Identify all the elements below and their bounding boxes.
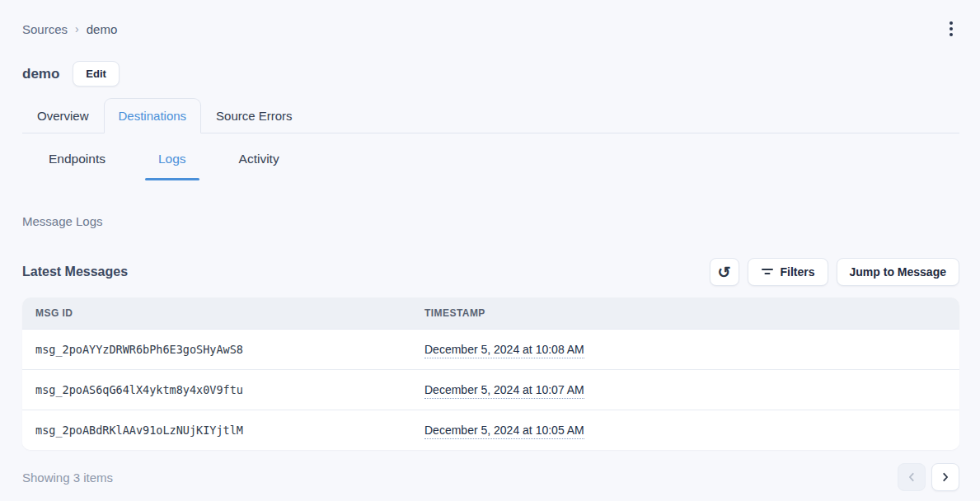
- subtab-activity[interactable]: Activity: [226, 152, 293, 180]
- jump-to-message-button[interactable]: Jump to Message: [837, 258, 959, 286]
- timestamp-cell[interactable]: December 5, 2024 at 10:08 AM: [424, 343, 584, 358]
- refresh-icon: ↺: [718, 265, 731, 280]
- column-header-timestamp: TIMESTAMP: [411, 297, 959, 329]
- msg-id-cell: msg_2poAS6qG64lX4yktm8y4x0V9ftu: [22, 383, 411, 396]
- chevron-left-icon: [906, 471, 917, 483]
- table-footer: Showing 3 items: [22, 463, 959, 491]
- filters-button-label: Filters: [781, 265, 815, 279]
- breadcrumb-sources-link[interactable]: Sources: [22, 22, 68, 36]
- refresh-button[interactable]: ↺: [710, 258, 739, 286]
- table-row[interactable]: msg_2poAS6qG64lX4yktm8y4x0V9ftu December…: [22, 369, 959, 410]
- page: Sources › demo demo Edit Overview Destin…: [0, 0, 980, 491]
- next-page-button[interactable]: [931, 463, 959, 491]
- table-row[interactable]: msg_2poABdRKlAAv91oLzNUjKIYjtlM December…: [22, 410, 959, 450]
- filters-button[interactable]: Filters: [748, 258, 828, 286]
- breadcrumb-current: demo: [87, 22, 118, 36]
- filter-icon: [761, 265, 774, 279]
- latest-messages-heading: Latest Messages: [22, 265, 128, 279]
- breadcrumb-separator-icon: ›: [75, 22, 79, 35]
- section-label: Message Logs: [22, 214, 959, 228]
- kebab-menu-icon[interactable]: [943, 16, 959, 41]
- sub-tabs: Endpoints Logs Activity: [22, 152, 959, 180]
- page-title: demo: [22, 66, 59, 82]
- items-count-text: Showing 3 items: [22, 471, 113, 485]
- timestamp-cell[interactable]: December 5, 2024 at 10:07 AM: [424, 383, 584, 399]
- tab-source-errors[interactable]: Source Errors: [201, 98, 307, 133]
- pagination: [898, 463, 959, 491]
- subtab-logs[interactable]: Logs: [145, 152, 199, 180]
- column-header-msg-id: MSG ID: [22, 297, 411, 329]
- timestamp-cell[interactable]: December 5, 2024 at 10:05 AM: [424, 424, 584, 439]
- main-tabs: Overview Destinations Source Errors: [22, 98, 959, 133]
- list-actions: ↺ Filters Jump to Message: [710, 258, 960, 286]
- table-row[interactable]: msg_2poAYYzDRWR6bPh6E3goSHyAwS8 December…: [22, 329, 959, 369]
- edit-button[interactable]: Edit: [73, 61, 120, 87]
- table-header-row: MSG ID TIMESTAMP: [22, 297, 959, 329]
- title-row: demo Edit: [22, 61, 959, 87]
- tab-destinations[interactable]: Destinations: [104, 98, 202, 133]
- breadcrumb: Sources › demo: [22, 22, 117, 36]
- messages-table: MSG ID TIMESTAMP msg_2poAYYzDRWR6bPh6E3g…: [22, 297, 959, 450]
- tab-overview[interactable]: Overview: [22, 98, 104, 133]
- previous-page-button[interactable]: [898, 463, 926, 491]
- chevron-right-icon: [940, 471, 951, 483]
- top-bar: Sources › demo: [22, 0, 959, 41]
- subtab-endpoints[interactable]: Endpoints: [35, 152, 119, 180]
- latest-messages-header: Latest Messages ↺ Filters Jump to Messag…: [22, 258, 959, 286]
- msg-id-cell: msg_2poABdRKlAAv91oLzNUjKIYjtlM: [22, 424, 411, 437]
- msg-id-cell: msg_2poAYYzDRWR6bPh6E3goSHyAwS8: [22, 343, 411, 356]
